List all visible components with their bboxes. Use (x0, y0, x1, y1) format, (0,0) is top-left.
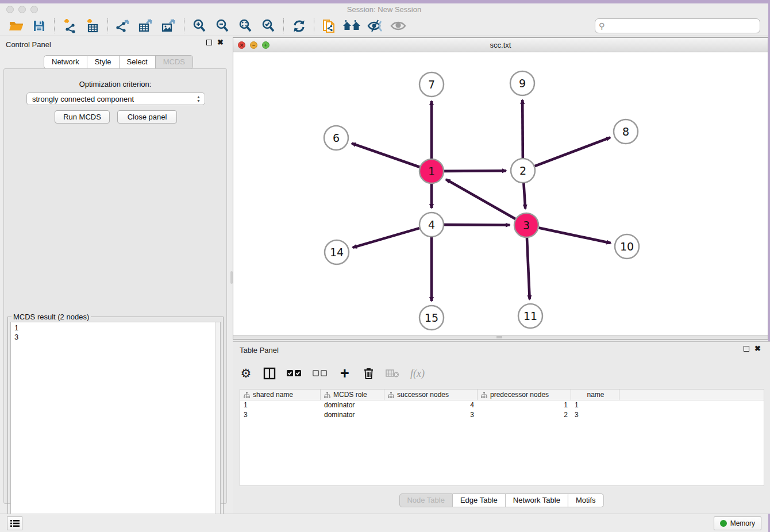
zoom-fit-icon (238, 18, 253, 33)
graph-edge-1-6[interactable] (352, 144, 419, 167)
graph-node-4[interactable]: 4 (419, 213, 444, 237)
tab-node-table[interactable]: Node Table (399, 494, 453, 507)
graph-node-14[interactable]: 14 (325, 240, 349, 264)
open-session-button[interactable] (5, 17, 28, 34)
graph-node-15[interactable]: 15 (419, 306, 444, 330)
tab-mcds[interactable]: MCDS (156, 55, 193, 69)
tab-style[interactable]: Style (87, 55, 120, 69)
deselect-all-button[interactable] (313, 370, 328, 377)
add-row-button[interactable]: + (338, 367, 351, 380)
column-header-predecessor-nodes[interactable]: predecessor nodes (478, 390, 571, 400)
control-panel-float-icon[interactable] (206, 40, 212, 45)
column-header-shared-name[interactable]: shared name (240, 390, 321, 400)
optimization-criterion-select[interactable]: strongly connected component ▲▼ (26, 92, 205, 105)
network-canvas[interactable]: 7968124314101511 (233, 52, 768, 335)
import-network-button[interactable] (58, 17, 81, 34)
cell-successor-nodes[interactable]: 4 (384, 400, 478, 410)
mcds-result-scrollbar[interactable] (215, 322, 220, 531)
graph-node-8[interactable]: 8 (614, 119, 638, 144)
zoom-in-button[interactable] (188, 17, 211, 34)
graph-node-1[interactable]: 1 (419, 159, 444, 183)
clone-network-button[interactable] (318, 17, 341, 34)
column-header-mcds-role[interactable]: MCDS role (321, 390, 384, 400)
graph-node-7[interactable]: 7 (419, 72, 444, 97)
eye-disabled-icon (390, 20, 406, 32)
table-panel-title: Table Panel (240, 346, 279, 354)
task-history-button[interactable] (7, 516, 22, 530)
graph-edge-2-9[interactable] (522, 100, 523, 158)
tab-select[interactable]: Select (120, 55, 156, 69)
graph-edge-3-11[interactable] (527, 238, 530, 299)
delete-row-button[interactable] (362, 367, 375, 380)
window-title: Session: New Session (0, 5, 768, 14)
graph-node-10[interactable]: 10 (615, 234, 639, 259)
graph-edge-2-8[interactable] (535, 137, 610, 166)
close-panel-button[interactable]: Close panel (117, 110, 177, 124)
graph-edge-3-1[interactable] (446, 179, 515, 219)
column-header-name[interactable]: name (571, 390, 619, 400)
tab-motifs[interactable]: Motifs (568, 494, 604, 507)
home-pair-button[interactable] (341, 17, 364, 34)
column-view-button[interactable] (263, 367, 276, 380)
delete-table-button[interactable] (386, 369, 399, 378)
memory-button[interactable]: Memory (714, 516, 761, 530)
import-table-button[interactable] (81, 17, 104, 34)
zoom-out-button[interactable] (211, 17, 234, 34)
export-image-button[interactable] (157, 17, 180, 34)
graph-node-9[interactable]: 9 (510, 71, 534, 95)
refresh-button[interactable] (287, 17, 310, 34)
column-label: predecessor nodes (490, 391, 549, 399)
graph-edge-1-2[interactable] (444, 171, 506, 171)
network-window-titlebar[interactable]: ✕ − + scc.txt (233, 38, 768, 52)
import-table-icon (85, 18, 100, 33)
table-settings-button[interactable]: ⚙ (240, 368, 252, 379)
table-panel: Table Panel ✖ ⚙ + (233, 341, 770, 514)
export-table-button[interactable] (134, 17, 157, 34)
cell-shared-name[interactable]: 3 (240, 410, 321, 420)
cell-predecessor-nodes[interactable]: 2 (478, 410, 571, 420)
eye-button[interactable] (387, 17, 410, 34)
toolbar-separator (107, 18, 108, 33)
cell-name[interactable]: 1 (571, 400, 619, 410)
save-icon (32, 19, 46, 33)
mcds-result-box: MCDS result (2 nodes) 1 3 (7, 317, 224, 532)
control-panel-close-icon[interactable]: ✖ (217, 40, 224, 45)
cell-successor-nodes[interactable]: 3 (384, 410, 478, 420)
mcds-result-text[interactable]: 1 3 (10, 322, 221, 532)
graphics-details-button[interactable] (364, 17, 387, 34)
save-session-button[interactable] (28, 17, 51, 34)
graph-node-6[interactable]: 6 (324, 126, 348, 150)
graph-node-11[interactable]: 11 (518, 304, 542, 328)
graph-edge-4-3[interactable] (444, 225, 510, 225)
graph-edge-4-14[interactable] (353, 228, 419, 248)
export-network-button[interactable] (111, 17, 134, 34)
table-panel-float-icon[interactable] (744, 346, 749, 352)
tab-edge-table[interactable]: Edge Table (453, 494, 506, 507)
cell-mcds-role[interactable]: dominator (321, 410, 384, 420)
tab-network[interactable]: Network (44, 55, 87, 69)
table-panel-close-icon[interactable]: ✖ (754, 346, 761, 352)
graph-edge-3-10[interactable] (539, 228, 611, 243)
zoom-fit-button[interactable] (234, 17, 257, 34)
graph-node-2[interactable]: 2 (511, 159, 535, 183)
graph-edge-2-3[interactable] (523, 183, 525, 209)
function-builder-button[interactable]: f(x) (410, 368, 425, 380)
graph-node-label: 3 (523, 219, 530, 232)
cell-mcds-role[interactable]: dominator (321, 400, 384, 410)
cell-shared-name[interactable]: 1 (240, 400, 321, 410)
cell-name[interactable]: 3 (571, 410, 619, 420)
select-all-button[interactable] (287, 370, 302, 377)
flat-hierarchy-icon (481, 392, 487, 398)
tab-network-table[interactable]: Network Table (506, 494, 568, 507)
table-row[interactable]: 1 dominator 4 1 1 (240, 400, 764, 410)
export-image-icon (161, 18, 177, 33)
trash-icon (363, 367, 374, 380)
table-row[interactable]: 3 dominator 3 2 3 (240, 410, 764, 420)
search-input[interactable] (595, 18, 760, 33)
column-header-successor-nodes[interactable]: successor nodes (384, 390, 478, 400)
run-mcds-button[interactable]: Run MCDS (55, 110, 110, 124)
cell-predecessor-nodes[interactable]: 1 (478, 400, 571, 410)
zoom-selected-button[interactable] (257, 17, 280, 34)
network-splitter-handle[interactable] (496, 336, 502, 338)
graph-node-3[interactable]: 3 (514, 213, 538, 237)
